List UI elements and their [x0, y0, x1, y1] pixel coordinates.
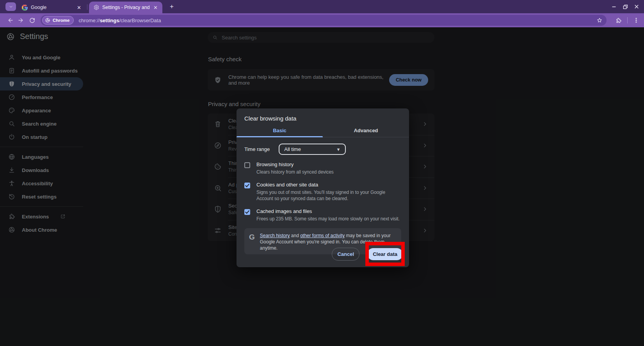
tab-separator	[87, 4, 87, 10]
cached-images-checkbox[interactable]	[244, 209, 250, 215]
tab-settings[interactable]: Settings - Privacy and security ✕	[89, 2, 162, 13]
time-range-label: Time range	[244, 146, 270, 152]
browsing-history-checkbox[interactable]	[244, 162, 250, 168]
checkbox-description: Signs you out of most sites. You'll stay…	[256, 189, 401, 202]
extensions-puzzle-icon[interactable]	[615, 17, 622, 24]
window-controls	[611, 0, 641, 13]
toolbar-separator	[627, 17, 628, 23]
dropdown-arrow-icon: ▼	[336, 147, 340, 152]
cookies-checkbox[interactable]	[244, 183, 250, 188]
titlebar: Google ✕ Settings - Privacy and security…	[0, 0, 644, 13]
highlight-rectangle	[365, 242, 405, 266]
tab-search-button[interactable]	[5, 2, 16, 11]
gear-favicon	[94, 5, 99, 10]
tab-label: Settings - Privacy and security	[102, 5, 149, 10]
google-g-logo: G	[249, 231, 255, 251]
close-window-icon[interactable]	[634, 4, 639, 9]
url-host: settings	[100, 18, 119, 23]
dialog-title: Clear browsing data	[237, 108, 409, 126]
cancel-button[interactable]: Cancel	[332, 248, 359, 261]
active-tab-underline	[237, 136, 323, 137]
dialog-tabs: Basic Advanced	[237, 126, 409, 137]
checkbox-label: Cached images and files	[256, 208, 401, 214]
tab-close-icon[interactable]: ✕	[153, 5, 158, 11]
tab-advanced[interactable]: Advanced	[323, 126, 409, 137]
tab-close-icon[interactable]: ✕	[76, 5, 82, 11]
time-range-select[interactable]: All time ▼	[279, 144, 346, 155]
bookmark-star-icon[interactable]	[596, 17, 603, 23]
reload-icon[interactable]	[27, 15, 37, 26]
new-tab-button[interactable]: +	[167, 2, 176, 11]
cookies-row: Cookies and other site data Signs you ou…	[244, 182, 401, 202]
toolbar: Chrome chrome://settings/clearBrowserDat…	[0, 13, 644, 27]
chip-label: Chrome	[53, 18, 69, 23]
google-favicon	[22, 5, 28, 11]
url-scheme: chrome://	[78, 18, 100, 23]
toolbar-right	[615, 17, 639, 24]
other-activity-link[interactable]: other forms of activity	[300, 233, 345, 238]
checkbox-label: Cookies and other site data	[256, 182, 401, 188]
back-icon[interactable]	[5, 15, 16, 26]
time-range-value: All time	[284, 146, 301, 152]
forward-icon[interactable]	[16, 15, 27, 26]
restore-icon[interactable]	[623, 4, 628, 9]
cached-images-row: Cached images and files Frees up 235 MB.…	[244, 208, 401, 222]
omnibox[interactable]: Chrome chrome://settings/clearBrowserDat…	[41, 15, 607, 26]
tab-google[interactable]: Google ✕	[17, 2, 86, 13]
url-text: chrome://settings/clearBrowserData	[78, 18, 161, 23]
tab-basic[interactable]: Basic	[237, 126, 323, 137]
checkbox-label: Browsing history	[256, 161, 401, 167]
chevron-down-icon	[9, 4, 13, 9]
menu-dots-icon[interactable]	[633, 17, 639, 23]
chrome-chip[interactable]: Chrome	[42, 16, 74, 25]
chrome-logo-icon	[45, 18, 50, 23]
time-range-row: Time range All time ▼	[244, 144, 401, 155]
minimize-icon[interactable]	[611, 4, 617, 9]
tab-label: Google	[31, 5, 73, 10]
checkbox-description: Clears history from all synced devices	[256, 169, 401, 175]
url-path: /clearBrowserData	[119, 18, 161, 23]
search-history-link[interactable]: Search history	[260, 233, 290, 238]
checkbox-description: Frees up 235 MB. Some sites may load mor…	[256, 216, 401, 222]
browsing-history-row: Browsing history Clears history from all…	[244, 161, 401, 175]
notice-middle: and	[290, 233, 300, 238]
